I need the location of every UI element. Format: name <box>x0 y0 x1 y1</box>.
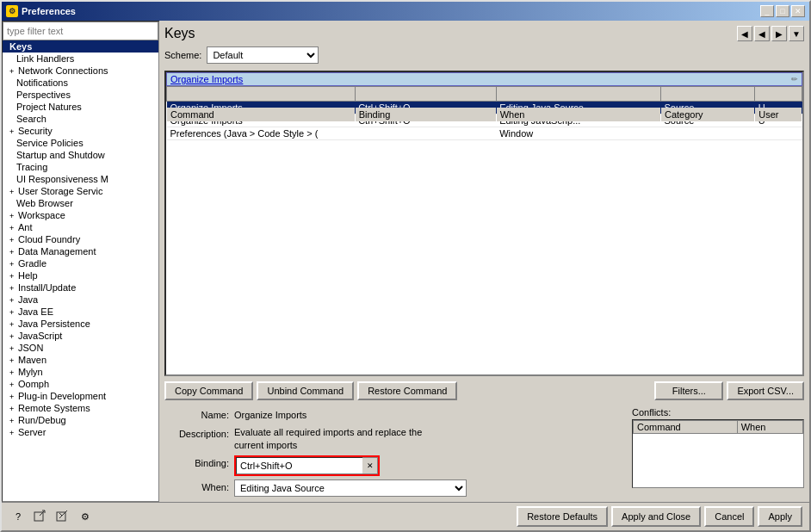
preferences-window: ⚙ Preferences _ □ ✕ Keys Link Handlers +… <box>0 0 811 532</box>
details-area: Name: Organize Imports Description: Eval… <box>164 407 804 497</box>
sidebar-item-java-ee[interactable]: +Java EE <box>3 306 158 318</box>
bottom-bar: ? ⚙ Restore Defaults Apply and Close <box>2 502 809 530</box>
row-command: Preferences (Java > Code Style > ( <box>167 127 356 140</box>
conflicts-label: Conflicts: <box>632 407 804 418</box>
col-header-category[interactable]: Category <box>660 107 754 121</box>
sidebar-item-startup-shutdown[interactable]: Startup and Shutdow <box>3 149 158 161</box>
when-select[interactable]: Editing Java Source Editing JavaScript S… <box>234 479 467 497</box>
sidebar-item-tracing[interactable]: Tracing <box>3 161 158 173</box>
table-header-row: Command Binding When Category User <box>167 87 802 102</box>
sidebar-item-perspectives[interactable]: Perspectives <box>3 89 158 101</box>
conflicts-col-command[interactable]: Command <box>634 421 738 434</box>
scheme-select[interactable]: Default Emacs <box>207 46 319 64</box>
sidebar-item-cloud-foundry[interactable]: +Cloud Foundry <box>3 233 158 245</box>
title-bar-controls: _ □ ✕ <box>760 5 805 17</box>
sidebar-item-gradle[interactable]: +Gradle <box>3 257 158 269</box>
restore-defaults-button[interactable]: Restore Defaults <box>517 506 608 527</box>
apply-button[interactable]: Apply <box>758 506 802 527</box>
export-icon[interactable] <box>31 507 50 526</box>
sidebar-item-keys[interactable]: Keys <box>3 40 158 53</box>
search-highlight-bar: Organize Imports ✏ <box>166 72 802 86</box>
title-bar-left: ⚙ Preferences <box>6 5 76 17</box>
sidebar-item-project-natures[interactable]: Project Natures <box>3 101 158 113</box>
edit-icon[interactable]: ✏ <box>791 75 798 84</box>
binding-input[interactable] <box>236 457 362 474</box>
sidebar-item-notifications[interactable]: Notifications <box>3 77 158 89</box>
copy-command-button[interactable]: Copy Command <box>164 381 253 400</box>
binding-label: Binding: <box>164 455 229 471</box>
bottom-icons: ? ⚙ <box>9 507 95 526</box>
binding-clear-button[interactable]: ✕ <box>362 457 378 474</box>
sidebar-item-remote-systems[interactable]: +Remote Systems <box>3 402 158 414</box>
filter-input[interactable] <box>3 22 158 40</box>
restore-command-button[interactable]: Restore Command <box>357 381 457 400</box>
sidebar-item-data-management[interactable]: +Data Management <box>3 245 158 257</box>
sidebar-item-javascript[interactable]: +JavaScript <box>3 330 158 342</box>
table-row[interactable]: Preferences (Java > Code Style > ( Windo… <box>167 127 802 140</box>
sidebar-item-help[interactable]: +Help <box>3 269 158 281</box>
cancel-button[interactable]: Cancel <box>704 506 754 527</box>
sidebar-item-install-update[interactable]: +Install/Update <box>3 281 158 294</box>
col-header-command[interactable]: Command <box>167 107 356 121</box>
sidebar-item-service-policies[interactable]: Service Policies <box>3 137 158 149</box>
nav-back-button[interactable]: ◀ <box>737 26 752 41</box>
col-header-when[interactable]: When <box>496 107 660 121</box>
sidebar-item-link-handlers[interactable]: Link Handlers <box>3 53 158 65</box>
sidebar-item-java[interactable]: +Java <box>3 294 158 306</box>
sidebar-item-search[interactable]: Search <box>3 113 158 125</box>
sidebar-item-security[interactable]: +Security <box>3 125 158 137</box>
sidebar: Keys Link Handlers +Network Connections … <box>2 21 159 502</box>
sidebar-item-ui-responsiveness[interactable]: UI Responsiveness M <box>3 173 158 185</box>
unbind-command-button[interactable]: Unbind Command <box>257 381 354 400</box>
sidebar-tree: Keys Link Handlers +Network Connections … <box>3 40 158 501</box>
sidebar-item-network-connections[interactable]: +Network Connections <box>3 65 158 77</box>
nav-forward-button[interactable]: ▶ <box>771 26 787 41</box>
row-when: Window <box>496 127 660 140</box>
sidebar-item-maven[interactable]: +Maven <box>3 354 158 366</box>
details-left: Name: Organize Imports Description: Eval… <box>164 407 625 497</box>
sidebar-item-server[interactable]: +Server <box>3 426 158 438</box>
sidebar-item-run-debug[interactable]: +Run/Debug <box>3 414 158 426</box>
preferences-icon: ⚙ <box>6 5 18 17</box>
window-title: Preferences <box>22 6 76 16</box>
sidebar-item-web-browser[interactable]: Web Browser <box>3 197 158 209</box>
apply-and-close-button[interactable]: Apply and Close <box>611 506 701 527</box>
row-binding <box>355 127 496 140</box>
close-button[interactable]: ✕ <box>791 5 805 17</box>
binding-row: Binding: ✕ <box>164 455 625 476</box>
sidebar-item-workspace[interactable]: +Workspace <box>3 209 158 221</box>
settings-icon[interactable]: ⚙ <box>76 507 95 526</box>
binding-input-container: ✕ <box>234 455 380 476</box>
col-header-binding[interactable]: Binding <box>355 107 496 121</box>
table-scroll[interactable]: Command Binding When Category User Organ… <box>166 86 802 374</box>
export-csv-button[interactable]: Export CSV... <box>727 381 804 400</box>
name-row: Name: Organize Imports <box>164 407 625 423</box>
conflicts-area: Conflicts: Command When <box>632 407 804 497</box>
name-value: Organize Imports <box>234 407 306 423</box>
sidebar-item-user-storage[interactable]: +User Storage Servic <box>3 185 158 197</box>
nav-back-button2[interactable]: ◀ <box>754 26 770 41</box>
filters-button[interactable]: Filters... <box>654 381 723 400</box>
import-icon[interactable] <box>53 507 72 526</box>
when-label: When: <box>164 479 229 495</box>
maximize-button[interactable]: □ <box>776 5 789 17</box>
content-area: Keys Link Handlers +Network Connections … <box>2 21 809 502</box>
description-value: Evaluate all required imports and replac… <box>234 426 422 452</box>
sidebar-item-oomph[interactable]: +Oomph <box>3 378 158 390</box>
help-icon[interactable]: ? <box>9 507 28 526</box>
col-header-user[interactable]: User <box>755 107 802 121</box>
row-category <box>660 127 754 140</box>
sidebar-item-mylyn[interactable]: +Mylyn <box>3 366 158 378</box>
sidebar-item-json[interactable]: +JSON <box>3 342 158 354</box>
nav-dropdown-button[interactable]: ▼ <box>789 26 804 41</box>
title-bar: ⚙ Preferences _ □ ✕ <box>2 2 809 21</box>
sidebar-item-java-persistence[interactable]: +Java Persistence <box>3 318 158 330</box>
sidebar-item-plugin-development[interactable]: +Plug-in Development <box>3 390 158 402</box>
sidebar-item-ant[interactable]: +Ant <box>3 221 158 233</box>
main-header: Keys ◀ ◀ ▶ ▼ <box>164 26 804 41</box>
svg-line-1 <box>40 510 45 516</box>
scheme-label: Scheme: <box>164 50 201 60</box>
conflicts-col-when[interactable]: When <box>737 421 802 434</box>
minimize-button[interactable]: _ <box>760 5 774 17</box>
main-panel: Keys ◀ ◀ ▶ ▼ Scheme: Default Emacs <box>159 21 809 502</box>
